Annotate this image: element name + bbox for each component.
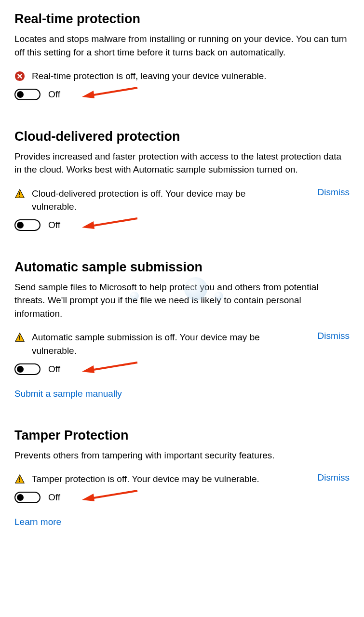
svg-rect-7	[19, 336, 20, 339]
section-sample-submission: Automatic sample submission Send sample …	[14, 260, 350, 399]
sample-toggle[interactable]	[14, 363, 40, 375]
tamper-dismiss-link[interactable]: Dismiss	[318, 472, 350, 483]
tamper-alert-row: Tamper protection is off. Your device ma…	[14, 472, 350, 486]
toggle-knob	[17, 494, 24, 501]
realtime-title: Real-time protection	[14, 12, 350, 27]
section-realtime-protection: Real-time protection Locates and stops m…	[14, 12, 350, 100]
svg-line-1	[91, 88, 137, 95]
error-icon	[14, 71, 25, 81]
realtime-toggle[interactable]	[14, 89, 40, 100]
svg-rect-8	[19, 340, 20, 341]
cloud-toggle-label: Off	[48, 220, 60, 230]
realtime-desc: Locates and stops malware from installin…	[14, 32, 350, 59]
annotation-arrow	[82, 359, 140, 380]
warning-icon	[14, 332, 25, 343]
svg-line-9	[91, 362, 137, 370]
cloud-dismiss-link[interactable]: Dismiss	[318, 187, 350, 198]
sample-alert-row: Automatic sample submission is off. Your…	[14, 331, 350, 357]
svg-marker-14	[82, 494, 94, 501]
cloud-alert-text: Cloud-delivered protection is off. Your …	[32, 187, 263, 214]
warning-icon	[14, 474, 25, 484]
annotation-arrow	[82, 215, 140, 236]
svg-line-13	[91, 491, 137, 498]
svg-line-5	[91, 218, 137, 226]
tamper-alert-text: Tamper protection is off. Your device ma…	[32, 472, 259, 486]
realtime-alert-row: Real-time protection is off, leaving you…	[14, 69, 350, 83]
realtime-toggle-label: Off	[48, 89, 60, 100]
tamper-toggle-label: Off	[48, 492, 60, 503]
sample-dismiss-link[interactable]: Dismiss	[318, 331, 350, 341]
learn-more-link[interactable]: Learn more	[14, 517, 61, 527]
cloud-alert-row: Cloud-delivered protection is off. Your …	[14, 187, 350, 214]
cloud-toggle-row: Off	[14, 219, 350, 231]
sample-desc: Send sample files to Microsoft to help p…	[14, 281, 350, 321]
section-tamper-protection: Tamper Protection Prevents others from t…	[14, 428, 350, 527]
svg-marker-6	[82, 221, 94, 229]
realtime-toggle-row: Off	[14, 89, 350, 100]
toggle-knob	[17, 222, 24, 228]
tamper-toggle[interactable]	[14, 492, 40, 503]
tamper-desc: Prevents others from tampering with impo…	[14, 449, 350, 462]
tamper-title: Tamper Protection	[14, 428, 350, 443]
toggle-knob	[17, 91, 24, 98]
svg-rect-11	[19, 477, 20, 480]
sample-alert-text: Automatic sample submission is off. Your…	[32, 331, 283, 357]
annotation-arrow	[82, 487, 140, 508]
cloud-title: Cloud-delivered protection	[14, 129, 350, 144]
svg-rect-3	[19, 192, 20, 195]
cloud-desc: Provides increased and faster protection…	[14, 150, 350, 176]
svg-rect-12	[19, 481, 20, 482]
realtime-alert-text: Real-time protection is off, leaving you…	[32, 69, 267, 83]
cloud-toggle[interactable]	[14, 219, 40, 231]
warning-icon	[14, 188, 25, 199]
section-cloud-protection: Cloud-delivered protection Provides incr…	[14, 129, 350, 231]
sample-toggle-label: Off	[48, 364, 60, 375]
toggle-knob	[17, 366, 24, 373]
annotation-arrow	[82, 84, 140, 105]
submit-sample-link[interactable]: Submit a sample manually	[14, 389, 122, 399]
tamper-toggle-row: Off	[14, 492, 350, 503]
sample-toggle-row: Off	[14, 363, 350, 375]
svg-marker-10	[82, 365, 94, 373]
svg-rect-4	[19, 196, 20, 197]
svg-marker-2	[82, 91, 94, 98]
sample-title: Automatic sample submission	[14, 260, 350, 275]
